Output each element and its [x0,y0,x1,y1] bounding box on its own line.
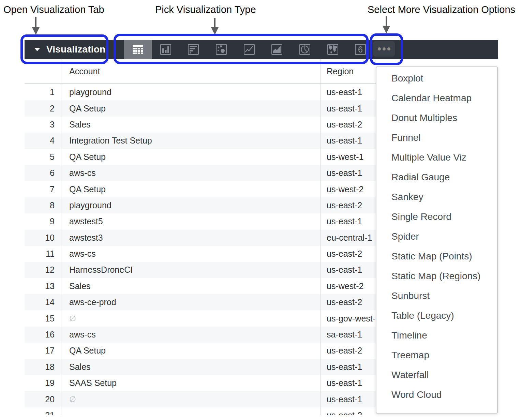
single-value-icon-digit: 6 [358,45,363,54]
account-cell[interactable]: Integration Test Setup [61,133,321,149]
row-number: 21 [25,407,61,415]
menu-item-calendar-heatmap[interactable]: Calendar Heatmap [376,88,497,108]
viz-type-table-button[interactable] [124,40,152,59]
scatter-chart-icon [215,43,227,56]
viz-type-area-chart-button[interactable] [263,40,291,59]
account-cell[interactable]: HarnessDroneCI [61,262,321,278]
viz-type-column-chart-button[interactable] [152,40,180,59]
viz-type-single-value-button[interactable]: 6 [347,40,375,59]
account-cell[interactable]: QA Setup [61,100,321,116]
table-icon [132,43,144,56]
annotation-pick-visualization-type: Pick Visualization Type [155,4,256,15]
row-number: 1 [25,84,61,100]
menu-item-boxplot[interactable]: Boxplot [376,69,497,88]
account-cell[interactable]: aws-cs [61,327,321,343]
chevron-down-icon [34,48,40,51]
viz-options-menu: BoxplotCalendar HeatmapDonut MultiplesFu… [376,66,498,414]
menu-item-spider[interactable]: Spider [376,227,497,246]
viz-type-scatter-chart-button[interactable] [207,40,235,59]
menu-item-sunburst[interactable]: Sunburst [376,286,497,306]
row-number: 4 [25,133,61,149]
account-cell[interactable] [61,407,321,415]
menu-item-word-cloud[interactable]: Word Cloud [376,385,497,405]
annotation-select-more-options: Select More Visualization Options [368,4,515,15]
account-cell[interactable]: QA Setup [61,343,321,359]
account-cell[interactable]: awstest3 [61,230,321,246]
account-cell[interactable]: aws-cs [61,165,321,181]
menu-item-waterfall[interactable]: Waterfall [376,365,497,385]
more-visualization-options-button[interactable] [373,41,395,57]
viz-type-pie-chart-button[interactable] [291,40,319,59]
tab-visualization[interactable]: Visualization [25,40,106,59]
tab-visualization-label: Visualization [46,44,105,55]
menu-item-multiple-value-viz[interactable]: Multiple Value Viz [376,148,497,167]
menu-item-static-map-regions[interactable]: Static Map (Regions) [376,266,497,286]
menu-item-funnel[interactable]: Funnel [376,128,497,148]
row-number: 9 [25,213,61,229]
account-cell[interactable]: playground [61,84,321,100]
account-cell[interactable]: playground [61,197,321,213]
visualization-toolbar: Visualization [25,40,498,59]
row-number: 16 [25,327,61,343]
account-cell[interactable]: Sales [61,278,321,294]
row-number: 15 [25,310,61,326]
row-number: 7 [25,181,61,197]
row-number: 6 [25,165,61,181]
row-number: 11 [25,246,61,262]
screenshot-canvas: Open Visualization Tab Pick Visualizatio… [0,0,521,420]
ellipsis-icon [378,47,381,50]
row-number: 13 [25,278,61,294]
pie-chart-icon [299,43,311,56]
line-chart-icon [243,43,255,56]
row-number-header [25,59,61,84]
area-chart-icon [271,43,283,56]
viz-type-line-chart-button[interactable] [235,40,263,59]
account-cell[interactable]: awstest5 [61,213,321,229]
row-number: 3 [25,117,61,133]
viz-type-map-button[interactable] [319,40,347,59]
column-chart-icon [160,43,172,56]
account-cell[interactable]: aws-ce-prod [61,294,321,310]
account-cell[interactable]: Sales [61,117,321,133]
menu-item-treemap[interactable]: Treemap [376,345,497,365]
viz-type-picker: 6 [124,40,374,59]
bar-chart-icon [187,43,199,56]
menu-item-table-legacy[interactable]: Table (Legacy) [376,306,497,326]
account-cell[interactable]: ∅ [61,310,321,326]
ellipsis-icon [387,47,390,50]
row-number: 12 [25,262,61,278]
account-cell[interactable]: SAAS Setup [61,375,321,391]
row-number: 20 [25,391,61,407]
menu-item-sankey[interactable]: Sankey [376,187,497,207]
single-value-icon: 6 [354,43,367,56]
account-cell[interactable]: aws-cs [61,246,321,262]
annotation-open-visualization-tab: Open Visualization Tab [3,4,104,15]
account-cell[interactable]: QA Setup [61,181,321,197]
row-number: 14 [25,294,61,310]
ellipsis-icon [383,47,386,50]
viz-type-bar-chart-button[interactable] [179,40,207,59]
row-number: 17 [25,343,61,359]
menu-item-radial-gauge[interactable]: Radial Gauge [376,167,497,187]
account-cell[interactable]: Sales [61,359,321,375]
row-number: 10 [25,230,61,246]
row-number: 19 [25,375,61,391]
menu-item-donut-multiples[interactable]: Donut Multiples [376,108,497,128]
column-header-account[interactable]: Account [61,59,321,84]
row-number: 5 [25,149,61,165]
row-number: 2 [25,100,61,116]
account-cell[interactable]: QA Setup [61,149,321,165]
row-number: 8 [25,197,61,213]
account-cell[interactable]: ∅ [61,391,321,407]
world-map-icon [327,43,339,56]
menu-item-static-map-points[interactable]: Static Map (Points) [376,246,497,266]
menu-item-single-record[interactable]: Single Record [376,207,497,227]
menu-item-timeline[interactable]: Timeline [376,326,497,345]
row-number: 18 [25,359,61,375]
